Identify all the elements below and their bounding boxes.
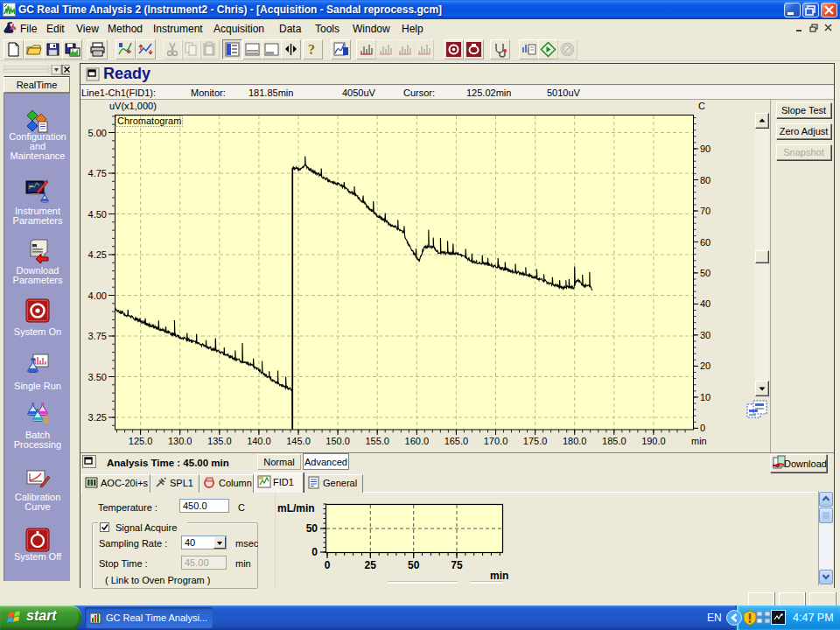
svg-text:80: 80 (700, 175, 710, 186)
svg-text:min: min (490, 570, 508, 582)
svg-text:0: 0 (700, 423, 705, 433)
svg-text:uV(x1,000): uV(x1,000) (109, 101, 157, 111)
svg-text:0: 0 (312, 546, 318, 558)
svg-text:50: 50 (306, 522, 318, 535)
svg-text:3.25: 3.25 (88, 412, 107, 423)
svg-text:4.50: 4.50 (88, 209, 107, 220)
svg-text:4.00: 4.00 (88, 290, 107, 301)
svg-text:25: 25 (365, 559, 377, 571)
svg-text:?: ? (308, 42, 315, 57)
svg-text:50: 50 (408, 559, 420, 571)
svg-text:150.0: 150.0 (326, 436, 350, 446)
svg-text:155.0: 155.0 (365, 436, 389, 446)
svg-text:70: 70 (700, 206, 710, 216)
svg-text:10: 10 (700, 392, 710, 402)
svg-text:165.0: 165.0 (444, 436, 469, 446)
svg-text:5.00: 5.00 (88, 128, 107, 138)
svg-text:185.0: 185.0 (602, 436, 626, 446)
svg-text:40: 40 (700, 298, 710, 309)
svg-text:0: 0 (325, 559, 331, 571)
svg-text:30: 30 (700, 330, 710, 340)
svg-text:125.0: 125.0 (129, 436, 153, 446)
svg-text:170.0: 170.0 (484, 436, 508, 446)
svg-text:3.50: 3.50 (88, 372, 107, 382)
svg-text:50: 50 (700, 268, 710, 278)
svg-text:3.75: 3.75 (88, 331, 107, 341)
svg-text:145.0: 145.0 (286, 436, 311, 446)
svg-text:160.0: 160.0 (405, 436, 430, 446)
svg-text:130.0: 130.0 (168, 436, 192, 446)
svg-text:4.75: 4.75 (88, 168, 107, 178)
svg-text:180.0: 180.0 (563, 436, 587, 446)
svg-text:Chromatogram: Chromatogram (117, 116, 181, 126)
svg-text:60: 60 (700, 237, 710, 248)
svg-text:75: 75 (451, 559, 463, 571)
svg-text:190.0: 190.0 (641, 436, 666, 446)
svg-text:175.0: 175.0 (523, 436, 548, 446)
svg-text:C: C (698, 101, 705, 111)
svg-text:min: min (691, 436, 707, 446)
svg-text:140.0: 140.0 (247, 436, 271, 446)
svg-text:4.25: 4.25 (88, 249, 107, 260)
svg-text:135.0: 135.0 (207, 436, 232, 446)
svg-text:90: 90 (700, 144, 710, 154)
svg-text:20: 20 (700, 360, 710, 371)
